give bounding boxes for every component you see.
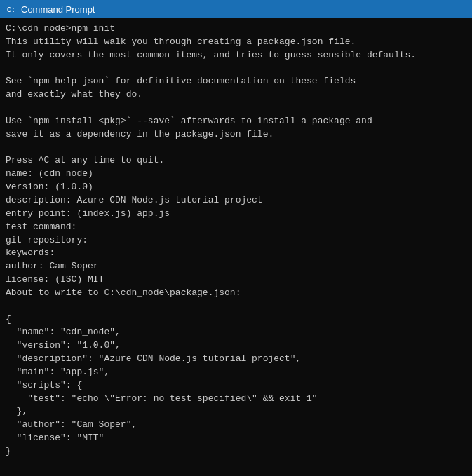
terminal-line: and exactly what they do. <box>6 88 466 102</box>
terminal-line: "name": "cdn_node", <box>6 326 466 339</box>
terminal-line <box>6 102 466 115</box>
terminal-line <box>6 300 466 313</box>
terminal-line: }, <box>6 405 466 419</box>
command-prompt-window: C: Command Prompt C:\cdn_node>npm initTh… <box>0 0 472 476</box>
terminal-line <box>6 458 466 472</box>
terminal-line: git repository: <box>6 234 466 247</box>
terminal-line: "description": "Azure CDN Node.js tutori… <box>6 353 466 366</box>
terminal-line: C:\cdn_node>npm init <box>6 22 466 36</box>
terminal-line: About to write to C:\cdn_node\package.js… <box>6 287 466 300</box>
cmd-icon: C: <box>6 4 17 15</box>
terminal-line: } <box>6 445 466 458</box>
terminal-line: This utility will walk you through creat… <box>6 36 466 49</box>
terminal-line <box>6 62 466 76</box>
terminal-line <box>6 472 466 476</box>
terminal-line: author: Cam Soper <box>6 260 466 273</box>
terminal-line: save it as a dependency in the package.j… <box>6 128 466 142</box>
terminal-line: keywords: <box>6 247 466 260</box>
title-bar: C: Command Prompt <box>0 0 472 18</box>
terminal-line: "scripts": { <box>6 379 466 393</box>
terminal-line: "version": "1.0.0", <box>6 339 466 353</box>
terminal-line: See `npm help json` for definitive docum… <box>6 75 466 88</box>
svg-text:C:: C: <box>7 6 15 14</box>
terminal-line: description: Azure CDN Node.js tutorial … <box>6 194 466 208</box>
terminal-line: license: (ISC) MIT <box>6 273 466 287</box>
terminal-line: "main": "app.js", <box>6 366 466 379</box>
terminal-line: entry point: (index.js) app.js <box>6 208 466 221</box>
terminal-line: "license": "MIT" <box>6 432 466 445</box>
terminal-output[interactable]: C:\cdn_node>npm initThis utility will wa… <box>0 18 472 476</box>
terminal-line: test command: <box>6 221 466 234</box>
terminal-line <box>6 142 466 155</box>
terminal-line: version: (1.0.0) <box>6 181 466 194</box>
terminal-line: Use `npm install <pkg>` --save` afterwar… <box>6 115 466 128</box>
terminal-line: name: (cdn_node) <box>6 168 466 181</box>
terminal-line: "author": "Cam Soper", <box>6 419 466 432</box>
window-title: Command Prompt <box>21 4 95 15</box>
terminal-line: { <box>6 313 466 327</box>
terminal-line: Press ^C at any time to quit. <box>6 154 466 168</box>
terminal-line: It only covers the most common items, an… <box>6 49 466 62</box>
terminal-line: "test": "echo \"Error: no test specified… <box>6 393 466 406</box>
